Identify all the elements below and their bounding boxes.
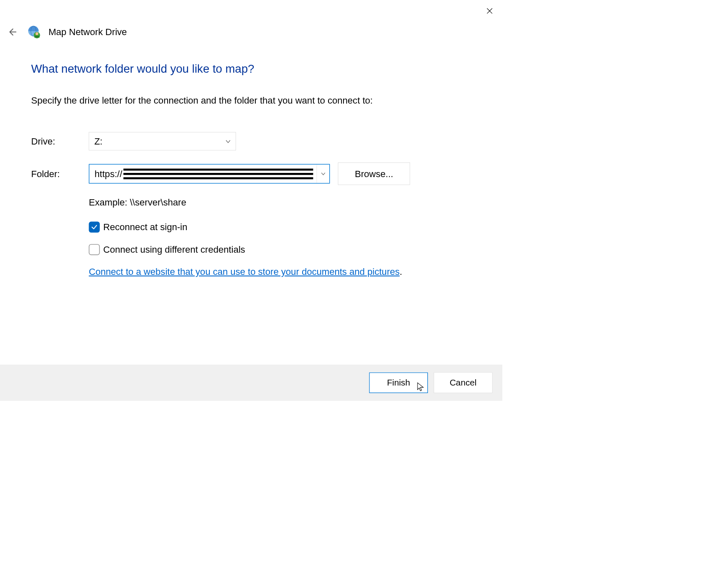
- reconnect-label: Reconnect at sign-in: [103, 222, 187, 233]
- folder-combobox[interactable]: https://: [89, 164, 330, 184]
- cursor-icon: [416, 382, 425, 391]
- svg-point-3: [36, 32, 38, 35]
- cancel-button[interactable]: Cancel: [434, 372, 493, 393]
- finish-button[interactable]: Finish: [369, 372, 428, 393]
- link-period: .: [400, 266, 402, 277]
- window-title: Map Network Drive: [48, 27, 127, 38]
- chevron-down-icon: [321, 171, 326, 176]
- reconnect-row: Reconnect at sign-in: [89, 222, 502, 233]
- content-area: What network folder would you like to ma…: [0, 38, 502, 277]
- link-label: Connect to a website that you can use to…: [89, 266, 400, 277]
- reconnect-checkbox[interactable]: [89, 222, 100, 233]
- close-icon: [486, 8, 493, 15]
- folder-row: Folder: https:// Browse...: [31, 162, 502, 185]
- credentials-row: Connect using different credentials: [89, 244, 502, 255]
- folder-label: Folder:: [31, 168, 89, 179]
- header: Map Network Drive: [0, 0, 502, 38]
- footer: Finish Cancel: [0, 365, 502, 401]
- cancel-label: Cancel: [450, 378, 476, 388]
- folder-dropdown-button[interactable]: [317, 165, 329, 183]
- folder-input[interactable]: https://: [89, 167, 317, 181]
- back-button[interactable]: [6, 26, 18, 38]
- credentials-checkbox[interactable]: [89, 244, 100, 255]
- chevron-down-icon: [225, 136, 231, 147]
- credentials-label: Connect using different credentials: [103, 244, 245, 255]
- instruction-text: Specify the drive letter for the connect…: [31, 95, 502, 106]
- drive-value: Z:: [94, 136, 103, 147]
- drive-select[interactable]: Z:: [89, 132, 236, 150]
- checkmark-icon: [91, 223, 98, 231]
- folder-redacted-text: [123, 167, 316, 181]
- main-heading: What network folder would you like to ma…: [31, 62, 502, 75]
- app-icon: [28, 25, 41, 39]
- drive-row: Drive: Z:: [31, 132, 502, 150]
- browse-label: Browse...: [355, 168, 393, 179]
- folder-url-prefix: https://: [94, 168, 122, 179]
- browse-button[interactable]: Browse...: [338, 162, 410, 185]
- drive-label: Drive:: [31, 136, 89, 147]
- finish-label: Finish: [387, 378, 410, 388]
- connect-website-link[interactable]: Connect to a website that you can use to…: [89, 266, 502, 277]
- example-text: Example: \\server\share: [89, 197, 502, 208]
- close-button[interactable]: [484, 5, 496, 17]
- back-arrow-icon: [8, 28, 17, 37]
